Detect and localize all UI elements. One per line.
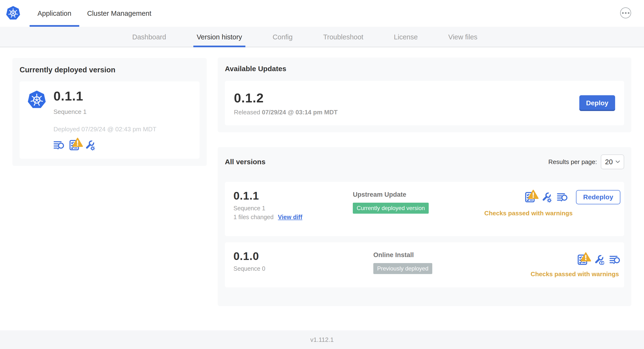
version-sequence: Sequence 0 [234,265,373,272]
view-diff-link[interactable]: View diff [278,214,302,220]
all-versions-title: All versions [225,158,266,166]
results-per-page-label: Results per page: [548,158,597,166]
deploy-button[interactable]: Deploy [579,95,615,111]
sub-nav-tabs: Dashboard Version history Config Trouble… [129,27,504,47]
version-row-source: Online Install Previously deployed [373,250,527,288]
version-row: 0.1.0 Sequence 0 Online Install Previous… [225,242,624,288]
update-released-timestamp: Released 07/29/24 @ 03:14 pm MDT [234,108,338,116]
chevron-down-icon [616,160,620,163]
tab-troubleshoot[interactable]: Troubleshoot [320,27,367,47]
warning-triangle-icon [72,137,83,148]
results-per-page-value: 20 [605,158,613,166]
ellipsis-dot [625,12,626,14]
results-per-page: Results per page: 20 [548,154,624,169]
deployed-timestamp: Deployed 07/29/24 @ 02:43 pm MDT [54,126,156,133]
version-row-source: Upstream Update Currently deployed versi… [353,190,484,236]
released-date: 07/29/24 @ 03:14 pm MDT [262,108,338,116]
view-logs-icon[interactable] [557,192,568,203]
files-changed-row: 1 files changed View diff [234,214,353,220]
version-row-info: 0.1.0 Sequence 0 [234,250,373,288]
warning-triangle-icon [580,251,591,262]
deployed-version-panel: 0.1.1 Sequence 1 Deployed 07/29/24 @ 02:… [20,82,200,159]
console-version: v1.112.1 [310,336,334,344]
all-versions-card: All versions Results per page: 20 0.1.1 … [218,147,631,306]
results-per-page-select[interactable]: 20 [601,154,624,169]
status-badge: Currently deployed version [353,203,428,214]
status-badge: Previously deployed [373,263,432,274]
footer: v1.112.1 [0,330,644,349]
ellipsis-menu-icon[interactable] [620,8,631,18]
tab-cluster-management[interactable]: Cluster Management [79,0,159,27]
currently-deployed-card: Currently deployed version 0.1.1 Sequenc… [12,58,207,166]
view-logs-icon[interactable] [610,254,620,265]
available-updates-card: Available Updates 0.1.2 Released 07/29/2… [218,58,631,132]
deployed-sequence: Sequence 1 [54,108,156,116]
preflight-checks-icon[interactable] [524,192,536,203]
version-sequence: Sequence 1 [234,205,353,212]
tab-config[interactable]: Config [269,27,296,47]
preflight-status-text: Checks passed with warnings [530,270,619,278]
tab-license[interactable]: License [390,27,421,47]
view-config-icon[interactable] [593,254,604,265]
edit-config-icon[interactable] [541,192,552,203]
tab-version-history[interactable]: Version history [193,27,246,47]
ellipsis-dot [622,12,624,14]
version-number: 0.1.0 [234,250,373,262]
available-update-row: 0.1.2 Released 07/29/24 @ 03:14 pm MDT D… [225,81,624,125]
edit-config-icon[interactable] [84,140,95,151]
preflight-status-text: Checks passed with warnings [484,210,573,217]
released-prefix: Released [234,108,262,116]
view-logs-icon[interactable] [54,140,64,151]
deployed-version-info: 0.1.1 Sequence 1 Deployed 07/29/24 @ 02:… [54,86,156,154]
tab-application[interactable]: Application [30,0,79,27]
files-changed-label: 1 files changed [234,214,274,220]
app-sub-navbar: Dashboard Version history Config Trouble… [0,27,644,47]
preflight-checks-icon[interactable] [69,140,80,151]
update-info: 0.1.2 Released 07/29/24 @ 03:14 pm MDT [234,90,338,116]
version-row-info: 0.1.1 Sequence 1 1 files changed View di… [234,190,353,236]
version-number: 0.1.1 [234,190,353,202]
top-nav-tabs: Application Cluster Management [30,0,159,27]
ellipsis-dot [628,12,630,14]
update-version-number: 0.1.2 [234,90,338,105]
tab-view-files[interactable]: View files [445,27,481,47]
version-row: 0.1.1 Sequence 1 1 files changed View di… [225,182,624,236]
version-row-actions: Redeploy Checks passed with warnings [484,190,620,236]
tab-dashboard[interactable]: Dashboard [129,27,170,47]
preflight-checks-icon[interactable] [577,254,588,265]
top-navbar: Application Cluster Management [0,0,644,27]
redeploy-button[interactable]: Redeploy [576,190,620,204]
version-row-actions: Checks passed with warnings [527,250,620,288]
deployed-actions [54,140,156,151]
deployed-card-title: Currently deployed version [20,66,200,74]
warning-triangle-icon [528,189,539,200]
available-updates-title: Available Updates [225,65,624,73]
version-source-label: Upstream Update [353,191,484,198]
version-history-page: Application Cluster Management Dashboard… [0,0,644,349]
kubernetes-logo [27,90,46,110]
deployed-version-number: 0.1.1 [54,88,156,103]
kubernetes-logo [6,5,20,21]
version-source-label: Online Install [373,251,527,259]
all-versions-header: All versions Results per page: 20 [225,154,624,170]
